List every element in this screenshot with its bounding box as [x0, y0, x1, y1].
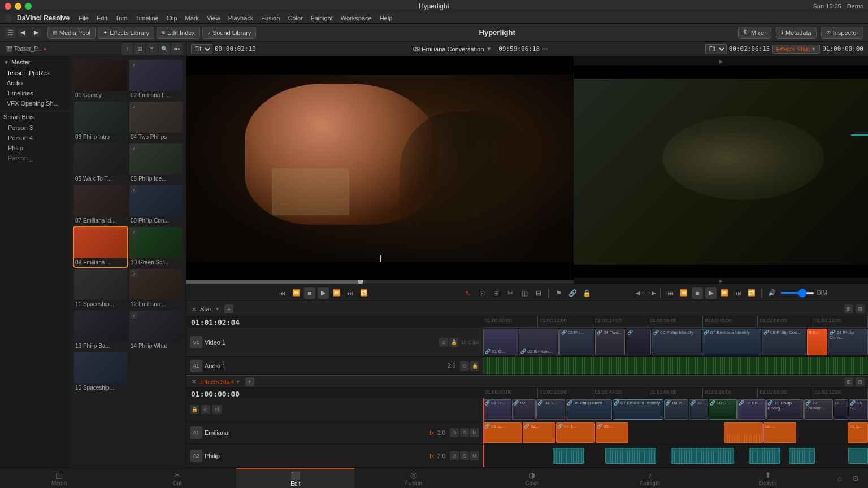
ph-audio-3[interactable] — [671, 448, 734, 464]
a2-philip-badge[interactable]: A2 — [190, 450, 202, 462]
eff-v1-clip-10[interactable]: 🔗 13 Philip Backg... — [766, 399, 804, 420]
list-view-btn[interactable]: ≡ — [146, 43, 158, 55]
ph-audio-1[interactable] — [553, 448, 585, 464]
prog-play-back-btn[interactable]: ⏪ — [678, 287, 689, 299]
eff-v1-clip-7[interactable]: 🔗 08 ... — [689, 399, 708, 420]
edit-index-btn[interactable]: ≡ Edit Index — [157, 27, 200, 39]
clip-06[interactable]: ♪ 06 Philip Ide... — [129, 143, 183, 183]
bin-teaser[interactable]: Teaser_ProRes — [0, 68, 70, 78]
next-clip-btn[interactable]: ⏭ — [345, 287, 356, 299]
mixer-btn[interactable]: 🎚 Mixer — [738, 27, 771, 39]
clip-12[interactable]: ♪ 12 Emiliana ... — [129, 269, 183, 308]
bin-vfx[interactable]: VFX Opening Sh... — [0, 98, 70, 108]
a1-badge[interactable]: A1 — [190, 360, 202, 372]
ripple-tool[interactable]: ⊡ — [476, 287, 488, 299]
effects-v1-lock[interactable]: 🔒 — [190, 405, 199, 414]
search-btn[interactable]: 🔍 — [159, 43, 170, 55]
link-tool[interactable]: 🔗 — [566, 287, 579, 299]
eff-v1-clip-8[interactable]: 🔗 10 G... — [709, 399, 737, 420]
sound-library-btn[interactable]: ♪ Sound Library — [202, 27, 257, 39]
v1-badge[interactable]: V1 — [190, 336, 202, 348]
v1-clip-6[interactable]: 🔗 06 Philip Identify — [652, 329, 701, 355]
menu-view[interactable]: View — [203, 15, 224, 21]
smart-bin-person-blank[interactable]: Person _ — [0, 153, 70, 163]
lock-tool[interactable]: 🔒 — [580, 287, 593, 299]
menu-workspace[interactable]: Workspace — [337, 15, 375, 21]
clip-07[interactable]: 07 Emiliana Id... — [74, 185, 127, 225]
slip-tool[interactable]: ◫ — [518, 287, 531, 299]
clip-02[interactable]: ♪ 02 Emiliana E... — [129, 60, 183, 99]
prog-forward-btn[interactable]: ⏩ — [719, 287, 730, 299]
stop-btn[interactable]: ■ — [304, 287, 315, 299]
fit-select-left[interactable]: Fit — [191, 44, 212, 54]
grid-view-btn[interactable]: ⊞ — [134, 43, 145, 55]
prog-loop-btn[interactable]: 🔁 — [746, 287, 757, 299]
play-back-btn[interactable]: ⏪ — [290, 287, 302, 299]
em-audio-2[interactable]: 🔗 02... — [523, 422, 555, 443]
prev-clip-btn[interactable]: ⏮ — [277, 287, 288, 299]
em-audio-1[interactable]: 🔗 01 G... — [483, 422, 522, 443]
nav-cut[interactable]: ✂ Cut — [118, 468, 236, 489]
clip-08[interactable]: ♪ 08 Philip Con... — [129, 185, 183, 225]
effects-opts-btn[interactable]: ⊟ — [856, 377, 865, 386]
clip-15[interactable]: 15 Spaceship... — [74, 352, 127, 392]
a1-lock-btn[interactable]: 🔒 — [470, 361, 479, 371]
v1-clip-4[interactable]: 🔗 04 Two... — [595, 329, 625, 355]
philip-m-btn[interactable]: M — [470, 451, 479, 460]
em-audio-3[interactable]: 🔗 04 T... — [556, 422, 595, 443]
em-audio-4[interactable]: 🔗 05 ... — [596, 422, 628, 443]
nav-deliver[interactable]: ⬆ Deliver — [709, 468, 827, 489]
menu-clip[interactable]: Clip — [163, 15, 181, 21]
timeline-name-top[interactable]: Start ▼ — [200, 306, 220, 312]
ph-audio-2[interactable] — [605, 448, 656, 464]
fit-select-right[interactable]: Fit — [705, 44, 727, 54]
add-track-btn-top[interactable]: + — [224, 304, 233, 313]
nav-back[interactable]: ◀ ○ — [636, 290, 645, 296]
back-button[interactable]: ◀ — [18, 28, 27, 37]
source-scrubber[interactable] — [186, 280, 574, 284]
clip-01[interactable]: 01 Gurney — [74, 60, 127, 99]
volume-slider[interactable] — [780, 292, 814, 294]
project-icon[interactable]: 🎬 Teaser_P... ● — [3, 45, 49, 53]
eff-v1-clip-5[interactable]: 🔗 07 Emiliana Identify — [613, 399, 663, 420]
eff-v1-clip-6[interactable]: 🔗 08 P... — [664, 399, 688, 420]
bin-audio[interactable]: Audio — [0, 78, 70, 88]
nav-forward[interactable]: ○ ▶ — [647, 290, 656, 296]
philip-auto-btn[interactable]: ⊙ — [450, 451, 459, 460]
menu-file[interactable]: File — [75, 15, 92, 21]
prog-next-btn[interactable]: ⏭ — [732, 287, 744, 299]
eff-v1-clip-9[interactable]: 🔗 12 Em... — [737, 399, 766, 420]
timeline-collapse-top[interactable]: ✕ — [190, 305, 198, 313]
clip-09[interactable]: 09 Emiliana ... — [74, 227, 127, 267]
prog-play-btn[interactable]: ▶ — [705, 287, 717, 299]
clip-04[interactable]: ♪ 04 Two Philips — [129, 102, 183, 141]
forward-button[interactable]: ▶ — [32, 28, 41, 37]
v1-clip-7[interactable]: 🔗 07 Emiliana Identify — [702, 329, 761, 355]
close-button[interactable] — [5, 3, 11, 10]
source-tc-more[interactable]: ••• — [542, 46, 548, 52]
ph-audio-6[interactable] — [848, 448, 868, 464]
ph-audio-5[interactable] — [789, 448, 815, 464]
menu-color[interactable]: Color — [284, 15, 306, 21]
smart-bin-person4[interactable]: Person 4 — [0, 133, 70, 143]
timeline-opts-btn[interactable]: ⊟ — [856, 304, 865, 313]
effects-v1-auto[interactable]: ⊙ — [201, 405, 210, 414]
emiliana-auto-btn[interactable]: ⊙ — [450, 428, 459, 437]
minimize-button[interactable] — [15, 3, 21, 10]
home-btn[interactable]: ⌂ — [834, 473, 845, 484]
smart-bin-philip[interactable]: Philip — [0, 143, 70, 153]
clip-03[interactable]: 03 Philip Intro — [74, 102, 127, 141]
prog-stop-btn[interactable]: ■ — [692, 287, 703, 299]
emiliana-m-btn[interactable]: M — [470, 428, 479, 437]
eff-v1-clip-1[interactable]: 🔗 01 G... — [483, 399, 511, 420]
eff-v1-clip-13[interactable]: 🔗 15 S... — [849, 399, 868, 420]
smart-bin-person3[interactable]: Person 3 — [0, 123, 70, 133]
settings-btn[interactable]: ⚙ — [850, 473, 861, 484]
v1-auto-btn[interactable]: ⊙ — [439, 338, 448, 347]
a1-auto-btn[interactable]: ⊙ — [460, 361, 469, 371]
roll-tool[interactable]: ⊞ — [490, 287, 502, 299]
sort-btn[interactable]: ↕ — [121, 43, 133, 55]
clip-13[interactable]: 13 Philip Ba... — [74, 311, 127, 350]
menu-help[interactable]: Help — [376, 15, 396, 21]
clip-14[interactable]: ♪ 14 Philip What — [129, 311, 183, 350]
